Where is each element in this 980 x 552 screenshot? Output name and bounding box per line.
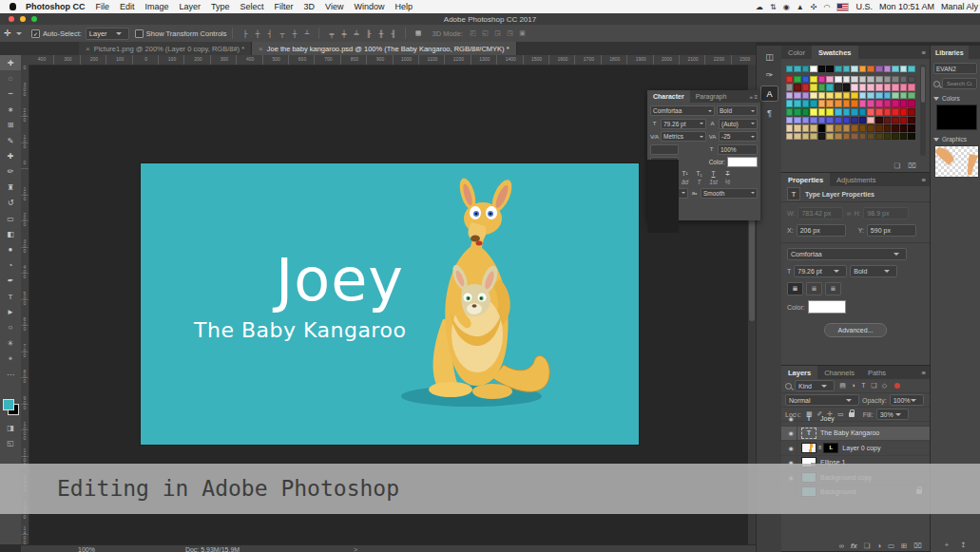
magic-wand-tool[interactable]: ∗ <box>0 102 21 117</box>
pen-tool[interactable]: ✒ <box>0 273 21 288</box>
brush-tool[interactable]: ✏ <box>0 164 21 180</box>
swatch[interactable] <box>802 84 810 91</box>
swatch[interactable] <box>908 108 915 116</box>
swatch[interactable] <box>908 117 915 124</box>
swatch[interactable] <box>786 76 794 84</box>
swatch[interactable] <box>875 84 883 91</box>
play-icon[interactable]: ▲ <box>797 3 804 11</box>
swatch[interactable] <box>900 66 908 73</box>
swatch[interactable] <box>867 92 874 100</box>
distribute-left-icon[interactable]: ╟ <box>362 30 375 37</box>
swatch[interactable] <box>835 133 842 141</box>
swatch[interactable] <box>843 100 851 107</box>
swatch[interactable] <box>835 84 842 91</box>
horizontal-ruler[interactable]: 4003002001000100200300400500600700800900… <box>29 55 756 66</box>
menu-clock[interactable]: Mon 10:51 AM <box>879 2 934 11</box>
swatch[interactable] <box>843 108 851 116</box>
creative-cloud-icon[interactable]: ◉ <box>783 3 790 11</box>
strikethrough-icon[interactable]: T <box>721 170 734 177</box>
tab-paths[interactable]: Paths <box>861 366 893 379</box>
panel-menu-icon[interactable]: ≡ <box>922 176 930 184</box>
swatch[interactable] <box>867 124 874 132</box>
swatch[interactable] <box>867 117 874 124</box>
menu-item-view[interactable]: View <box>325 2 343 11</box>
align-bottom-icon[interactable]: ┴ <box>300 30 313 37</box>
sync-icon[interactable]: ⇅ <box>770 3 777 11</box>
underline-icon[interactable]: T <box>707 170 720 177</box>
status-chevron-icon[interactable]: > <box>354 546 357 552</box>
align-left-text-icon[interactable]: ≣ <box>787 282 803 295</box>
swatch[interactable] <box>835 100 842 107</box>
paragraph-panel-icon[interactable]: ¶ <box>761 105 778 120</box>
swatch[interactable] <box>826 66 834 73</box>
swatch[interactable] <box>892 76 899 84</box>
blur-tool[interactable]: ● <box>0 242 21 257</box>
tab-character[interactable]: Character <box>647 90 690 103</box>
shape-tool[interactable]: ○ <box>0 320 21 335</box>
filter-kind-select[interactable]: Kind <box>795 380 835 391</box>
swatch[interactable] <box>786 66 794 73</box>
swatch[interactable] <box>818 124 826 132</box>
tab-swatches[interactable]: Swatches <box>812 46 858 59</box>
swatch[interactable] <box>900 100 908 107</box>
swatch[interactable] <box>851 124 858 132</box>
device-preview-panel-icon[interactable]: ✑ <box>761 67 778 82</box>
swatch[interactable] <box>810 124 817 132</box>
fractions-icon[interactable]: ½ <box>721 179 734 185</box>
subscript-icon[interactable]: T₁ <box>693 170 705 177</box>
swatch[interactable] <box>810 84 817 91</box>
swatch[interactable] <box>908 124 915 132</box>
dodge-tool[interactable]: ◔ <box>0 257 21 273</box>
swatch[interactable] <box>884 92 892 100</box>
swatch[interactable] <box>794 76 801 84</box>
swatch[interactable] <box>884 100 892 107</box>
titling-alt-icon[interactable]: T <box>693 179 705 185</box>
font-size-select[interactable]: 79.26 pt <box>661 119 706 129</box>
font-family-select[interactable]: Comfortaa <box>787 248 907 260</box>
library-search-input[interactable] <box>945 80 974 87</box>
swatch[interactable] <box>826 84 834 91</box>
adjustment-layer-icon[interactable]: ◑ <box>876 542 881 550</box>
swatch[interactable] <box>818 100 826 107</box>
align-middle-icon[interactable]: ┼ <box>288 30 300 37</box>
layer-row[interactable]: ◉TJoey <box>781 411 930 427</box>
swatch[interactable] <box>835 124 842 132</box>
eraser-tool[interactable]: ▭ <box>0 211 21 226</box>
library-search-field[interactable] <box>942 78 977 89</box>
filter-shape-icon[interactable]: ❏ <box>869 382 879 390</box>
auto-select-mode-select[interactable]: Layer <box>86 28 129 40</box>
swatch[interactable] <box>802 117 810 124</box>
swatch[interactable] <box>851 84 858 91</box>
swatch[interactable] <box>826 92 834 100</box>
font-style-select[interactable]: Bold <box>850 265 897 277</box>
3d-roll-icon[interactable]: ◱ <box>479 29 491 37</box>
swatch[interactable] <box>826 133 834 141</box>
distribute-top-icon[interactable]: ╤ <box>325 30 337 37</box>
swatch[interactable] <box>892 117 899 124</box>
swatch[interactable] <box>900 92 908 100</box>
menu-item-type[interactable]: Type <box>211 2 230 11</box>
swatch[interactable] <box>859 133 867 141</box>
swatch[interactable] <box>810 92 817 100</box>
tab-libraries[interactable]: Libraries <box>931 46 969 59</box>
distribute-bottom-icon[interactable]: ╧ <box>350 30 362 37</box>
eyedropper-tool[interactable]: ✎ <box>0 133 21 148</box>
swatch[interactable] <box>859 100 867 107</box>
filter-smart-icon[interactable]: ◇ <box>879 382 890 390</box>
align-center-text-icon[interactable]: ≣ <box>806 282 822 295</box>
align-left-icon[interactable]: ├ <box>239 30 251 37</box>
swatch[interactable] <box>867 66 874 73</box>
swatch[interactable] <box>843 117 851 124</box>
swatch[interactable] <box>875 117 883 124</box>
height-field[interactable]: 98.9 px <box>863 207 909 219</box>
blend-mode-select[interactable]: Normal <box>785 394 859 406</box>
align-top-icon[interactable]: ┬ <box>276 30 288 37</box>
visibility-eye-icon[interactable]: ◉ <box>785 411 797 426</box>
menu-item-3d[interactable]: 3D <box>304 2 316 11</box>
swatch[interactable] <box>835 66 842 73</box>
swatch[interactable] <box>810 76 817 84</box>
swatch[interactable] <box>818 66 826 73</box>
us-flag-icon[interactable] <box>836 3 849 11</box>
swatch[interactable] <box>884 66 892 73</box>
distribute-right-icon[interactable]: ╢ <box>387 30 399 37</box>
